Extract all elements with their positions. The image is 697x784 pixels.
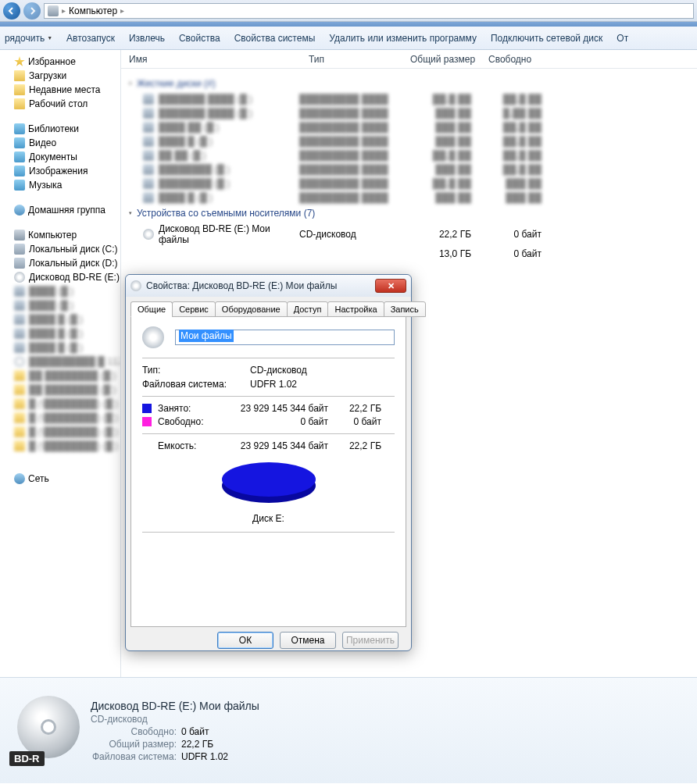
- table-row[interactable]: ██ ██ (█:)█████████ ██████,█ ████,█ ██: [121, 148, 697, 162]
- used-gb: 22,2 ГБ: [334, 403, 381, 414]
- folder-icon: [14, 98, 25, 109]
- details-total-label: Общий размер:: [91, 739, 177, 750]
- sidebar-item-redacted[interactable]: ████ █ (█:): [0, 340, 120, 355]
- group-hard-drives[interactable]: ▾Жесткие диски (#): [121, 75, 697, 92]
- divider: [142, 358, 395, 358]
- table-row[interactable]: 13,0 ГБ 0 байт: [121, 247, 697, 261]
- sidebar-item-documents[interactable]: Документы: [0, 150, 120, 164]
- sidebar-item-redacted[interactable]: ██████████ █ 112: [0, 355, 120, 369]
- sidebar-item-music[interactable]: Музыка: [0, 178, 120, 192]
- item-free: 0 байт: [471, 248, 542, 259]
- sidebar-item-drive-d[interactable]: Локальный диск (D:): [0, 256, 120, 270]
- details-free-label: Свободно:: [91, 726, 177, 737]
- sidebar-item-redacted[interactable]: ████ (█:): [0, 284, 120, 298]
- tab-customize[interactable]: Настройка: [327, 301, 384, 317]
- details-fs-value: UDFR 1.02: [181, 751, 228, 762]
- column-name[interactable]: Имя: [124, 54, 304, 65]
- table-row[interactable]: ████ ██ (█:)█████████ ███████ ████,█ ██: [121, 120, 697, 134]
- divider: [142, 532, 395, 533]
- chevron-down-icon: ▾: [129, 210, 132, 216]
- group-removable[interactable]: ▾Устройства со съемными носителями (7): [121, 205, 697, 222]
- column-type[interactable]: Тип: [304, 54, 406, 65]
- network-group[interactable]: Сеть: [0, 472, 120, 486]
- type-value: CD-дисковод: [250, 365, 307, 376]
- drive-icon: [14, 258, 25, 269]
- sidebar-item-desktop[interactable]: Рабочий стол: [0, 97, 120, 111]
- table-row[interactable]: ████████ (█:)█████████ ██████,█ █████ ██: [121, 176, 697, 191]
- forward-button[interactable]: [23, 2, 41, 20]
- apply-button[interactable]: Применить: [342, 632, 399, 649]
- breadcrumb-item[interactable]: Компьютер: [69, 5, 117, 16]
- properties-button[interactable]: Свойства: [179, 33, 220, 44]
- table-row[interactable]: ███████ ████ (█:)█████████ ███████ ███,█…: [121, 106, 697, 120]
- table-row[interactable]: ████ █ (█:)█████████ ███████ ████,█ ██: [121, 134, 697, 148]
- tab-sharing[interactable]: Доступ: [287, 301, 329, 317]
- used-swatch: [142, 404, 152, 413]
- eject-button[interactable]: Извлечь: [129, 33, 165, 44]
- table-row[interactable]: ████ █ (█:)█████████ ███████ █████ ██: [121, 191, 697, 205]
- system-properties-button[interactable]: Свойства системы: [234, 33, 316, 44]
- disk-label: Диск E:: [142, 513, 395, 524]
- dialog-titlebar[interactable]: Свойства: Дисковод BD-RE (E:) Мои файлы …: [126, 275, 411, 297]
- libraries-group[interactable]: Библиотеки: [0, 122, 120, 136]
- ok-button[interactable]: ОК: [217, 632, 273, 649]
- column-free[interactable]: Свободно: [484, 54, 554, 65]
- volume-name-input[interactable]: Мои файлы: [175, 330, 395, 345]
- item-size: 22,2 ГБ: [401, 229, 471, 240]
- drive-icon: [143, 108, 154, 119]
- free-label: Свободно:: [158, 416, 220, 427]
- library-icon: [14, 123, 25, 134]
- toolbar-overflow[interactable]: От: [617, 33, 628, 44]
- tab-hardware[interactable]: Оборудование: [215, 301, 288, 317]
- column-total[interactable]: Общий размер: [406, 54, 484, 65]
- sidebar-item-redacted[interactable]: ████ █ (█:): [0, 312, 120, 326]
- free-swatch: [142, 417, 152, 426]
- sidebar-item-recent[interactable]: Недавние места: [0, 83, 120, 97]
- computer-group[interactable]: Компьютер: [0, 228, 120, 242]
- map-drive-button[interactable]: Подключить сетевой диск: [491, 33, 602, 44]
- sidebar-item-redacted[interactable]: ██ ████████ (█:): [0, 369, 120, 383]
- tab-general[interactable]: Общие: [130, 301, 173, 317]
- drive-icon: [143, 150, 154, 161]
- favorites-group[interactable]: Избранное: [0, 55, 120, 69]
- drive-icon: [14, 300, 25, 311]
- tab-tools[interactable]: Сервис: [172, 301, 216, 317]
- sidebar-item-pictures[interactable]: Изображения: [0, 164, 120, 178]
- video-icon: [14, 137, 25, 148]
- network-icon: [14, 473, 25, 484]
- drive-icon: [143, 94, 154, 105]
- table-row[interactable]: ████████ (█:)█████████ ███████ ████,█ ██: [121, 162, 697, 176]
- close-button[interactable]: ✕: [375, 279, 406, 293]
- sidebar-item-downloads[interactable]: Загрузки: [0, 69, 120, 83]
- organize-menu[interactable]: рядочить▼: [5, 33, 52, 44]
- folder-icon: [14, 70, 25, 81]
- dialog-buttons: ОК Отмена Применить: [130, 627, 406, 654]
- details-subtitle: CD-дисковод: [91, 714, 259, 725]
- table-row-bdre[interactable]: Дисковод BD-RE (E:) Мои файлы CD-дисково…: [121, 222, 697, 247]
- autoplay-button[interactable]: Автозапуск: [66, 33, 115, 44]
- sidebar-item-drive-c[interactable]: Локальный диск (C:): [0, 242, 120, 256]
- homegroup-group[interactable]: Домашняя группа: [0, 203, 120, 217]
- sidebar-item-redacted[interactable]: █ (\████████) (█:): [0, 425, 120, 439]
- sidebar-item-redacted[interactable]: █ (\████████) (█:): [0, 397, 120, 411]
- sidebar-item-videos[interactable]: Видео: [0, 136, 120, 150]
- sidebar-item-redacted[interactable]: ████ (█:): [0, 298, 120, 312]
- sidebar-item-redacted[interactable]: ██ ████████ (█:): [0, 383, 120, 397]
- table-row[interactable]: ███████ ████ (█:)█████████ ██████,█ ████…: [121, 92, 697, 106]
- chevron-down-icon: ▾: [129, 80, 132, 87]
- toolbar: рядочить▼ Автозапуск Извлечь Свойства Св…: [0, 27, 697, 50]
- uninstall-button[interactable]: Удалить или изменить программу: [329, 33, 477, 44]
- sidebar-item-redacted[interactable]: █ (\████████) (█:): [0, 411, 120, 425]
- tab-recording[interactable]: Запись: [384, 301, 426, 317]
- sidebar-item-bdre[interactable]: Дисковод BD-RE (E:) Мои: [0, 270, 120, 284]
- dialog-title: Свойства: Дисковод BD-RE (E:) Мои файлы: [146, 280, 370, 291]
- details-fs-label: Файловая система:: [91, 751, 177, 762]
- dialog-tabs: Общие Сервис Оборудование Доступ Настрой…: [130, 301, 406, 317]
- sidebar-item-redacted[interactable]: █ (\████████) (█:): [0, 439, 120, 453]
- drive-icon: [143, 164, 154, 175]
- breadcrumb[interactable]: ▸ Компьютер ▸: [44, 3, 694, 19]
- back-button[interactable]: [3, 2, 20, 20]
- cancel-button[interactable]: Отмена: [280, 632, 336, 649]
- drive-icon: [143, 136, 154, 147]
- sidebar-item-redacted[interactable]: ████ █ (█:): [0, 326, 120, 340]
